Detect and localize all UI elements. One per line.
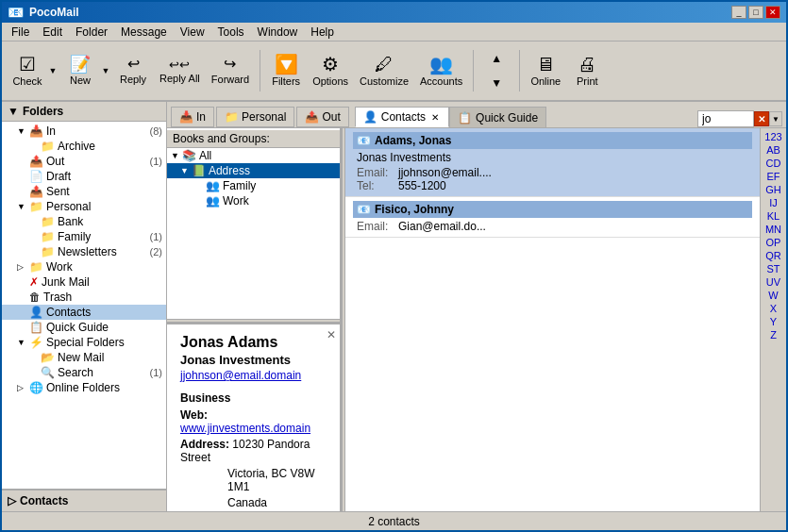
sidebar-item-family[interactable]: 📁 Family (1) (2, 229, 166, 244)
accounts-button[interactable]: 👥 Accounts (415, 45, 467, 96)
main-window: 📧 PocoMail _ □ ✕ File Edit Folder Messag… (0, 0, 788, 532)
forward-icon: ↪ (224, 57, 236, 72)
title-controls: _ □ ✕ (731, 6, 780, 19)
footer-icon: ▷ (8, 494, 16, 507)
menu-file[interactable]: File (6, 24, 35, 41)
tab-contacts[interactable]: 👤 Contacts ✕ (355, 107, 449, 127)
title-bar-left: 📧 PocoMail (8, 5, 79, 20)
contact-entry-adams[interactable]: 📧 Adams, Jonas Jonas Investments Email: … (345, 128, 760, 197)
addr-item-all[interactable]: ▼ 📚 All (167, 148, 340, 163)
sidebar-item-search[interactable]: 🔍 Search (1) (2, 365, 166, 380)
reply-button[interactable]: ↩ Reply (113, 45, 153, 96)
alpha-op[interactable]: OP (764, 236, 783, 249)
sidebar-item-junkmail[interactable]: ✗ Junk Mail (2, 274, 166, 290)
alpha-gh[interactable]: GH (763, 183, 783, 196)
check-arrow[interactable]: ▼ (47, 45, 59, 96)
in-button[interactable]: 📥 In (171, 107, 214, 127)
customize-icon: 🖊 (375, 55, 394, 74)
alpha-kl[interactable]: KL (765, 209, 781, 223)
sidebar-item-newsletters[interactable]: 📁 Newsletters (2) (2, 244, 166, 259)
addr-item-family[interactable]: 👥 Family (167, 178, 340, 193)
options-button[interactable]: ⚙ Options (308, 45, 353, 96)
minimize-button[interactable]: _ (731, 6, 746, 19)
check-button[interactable]: ☑ Check (8, 45, 47, 96)
alpha-cd[interactable]: CD (764, 157, 783, 170)
alpha-ij[interactable]: IJ (767, 196, 780, 209)
sidebar-item-archive[interactable]: 📁 Archive (2, 139, 166, 154)
forward-button[interactable]: ↪ Forward (207, 45, 254, 96)
menu-help[interactable]: Help (305, 24, 340, 41)
detail-close-button[interactable]: ✕ (327, 328, 336, 341)
in-expander[interactable]: ▼ (17, 126, 26, 136)
customize-button[interactable]: 🖊 Customize (355, 45, 413, 96)
alpha-z[interactable]: Z (768, 328, 779, 341)
alpha-123[interactable]: 123 (763, 130, 783, 143)
alpha-x[interactable]: X (768, 302, 779, 315)
sidebar-item-out[interactable]: 📤 Out (1) (2, 154, 166, 169)
reply-all-icon: ↩↩ (169, 58, 190, 71)
archive-icon: 📁 (41, 140, 55, 153)
filters-button[interactable]: 🔽 Filters (266, 45, 306, 96)
sidebar-item-quickguide[interactable]: 📋 Quick Guide (2, 320, 166, 335)
addr-item-work[interactable]: 👥 Work (167, 193, 340, 208)
web-label: Web: (180, 408, 208, 422)
onlinefolders-expander[interactable]: ▷ (17, 383, 26, 392)
close-button[interactable]: ✕ (765, 6, 780, 19)
menu-window[interactable]: Window (252, 24, 304, 41)
search-label: Search (58, 366, 147, 379)
alpha-w[interactable]: W (766, 289, 780, 302)
sidebar-item-onlinefolders[interactable]: ▷ 🌐 Online Folders (2, 380, 166, 395)
address-label-text: Address: (180, 438, 229, 451)
alpha-mn[interactable]: MN (763, 223, 783, 236)
sidebar-item-sent[interactable]: 📤 Sent (2, 184, 166, 199)
up-button[interactable]: ▲ (479, 47, 513, 70)
personal-expander[interactable]: ▼ (17, 202, 26, 211)
sidebar-item-contacts[interactable]: 👤 Contacts (2, 305, 166, 320)
menu-edit[interactable]: Edit (37, 24, 68, 41)
onlinefolders-icon: 🌐 (29, 381, 43, 394)
out-button[interactable]: 📤 Out (296, 107, 348, 127)
sidebar-item-newmail[interactable]: 📂 New Mail (2, 350, 166, 365)
alpha-uv[interactable]: UV (764, 275, 782, 289)
menu-view[interactable]: View (175, 24, 210, 41)
search-dropdown-button[interactable]: ▼ (769, 111, 782, 126)
detail-address-row: Address: 10230 Pandora Street (180, 438, 327, 464)
draft-label: Draft (46, 170, 162, 183)
sidebar-item-specialfolders[interactable]: ▼ ⚡ Special Folders (2, 335, 166, 350)
options-icon: ⚙ (322, 55, 339, 74)
contact-search-input[interactable] (697, 110, 754, 127)
menu-tools[interactable]: Tools (212, 24, 250, 41)
reply-all-button[interactable]: ↩↩ Reply All (155, 45, 205, 96)
alpha-qr[interactable]: QR (763, 249, 783, 262)
search-clear-button[interactable]: ✕ (754, 111, 769, 126)
specialfolders-expander[interactable]: ▼ (17, 338, 26, 347)
tab-quickguide[interactable]: 📋 Quick Guide (449, 107, 546, 127)
sidebar-item-bank[interactable]: 📁 Bank (2, 214, 166, 229)
sidebar-item-personal[interactable]: ▼ 📁 Personal (2, 199, 166, 214)
toolbar-separator2 (473, 50, 474, 91)
alpha-st[interactable]: ST (764, 262, 781, 275)
contacts-tab-close[interactable]: ✕ (429, 111, 441, 123)
reply-all-label: Reply All (159, 73, 200, 84)
contact-entry-fisico[interactable]: 📧 Fisico, Johnny Email: Gian@email.do... (345, 197, 760, 238)
work-expander[interactable]: ▷ (17, 262, 26, 272)
personal-button[interactable]: 📁 Personal (216, 107, 294, 127)
maximize-button[interactable]: □ (748, 6, 763, 19)
sidebar-item-trash[interactable]: 🗑 Trash (2, 290, 166, 305)
sidebar-item-draft[interactable]: 📄 Draft (2, 169, 166, 184)
print-button[interactable]: 🖨 Print (567, 45, 607, 96)
new-arrow[interactable]: ▼ (100, 45, 111, 96)
alpha-y[interactable]: Y (768, 315, 779, 328)
alpha-ab[interactable]: AB (764, 143, 782, 157)
down-button[interactable]: ▼ (479, 72, 513, 94)
new-button[interactable]: 📝 New (60, 45, 100, 96)
menu-message[interactable]: Message (115, 24, 173, 41)
sidebar-item-in[interactable]: ▼ 📥 In (8) (2, 124, 166, 139)
addr-item-address[interactable]: ▼ 📗 Address (167, 163, 340, 178)
web-link[interactable]: www.jinvestments.domain (180, 422, 310, 435)
sidebar-item-work[interactable]: ▷ 📁 Work (2, 259, 166, 274)
alpha-ef[interactable]: EF (764, 170, 781, 183)
online-button[interactable]: 🖥 Online (526, 45, 565, 96)
menu-folder[interactable]: Folder (70, 24, 113, 41)
detail-email[interactable]: jjohnson@email.domain (180, 369, 327, 382)
